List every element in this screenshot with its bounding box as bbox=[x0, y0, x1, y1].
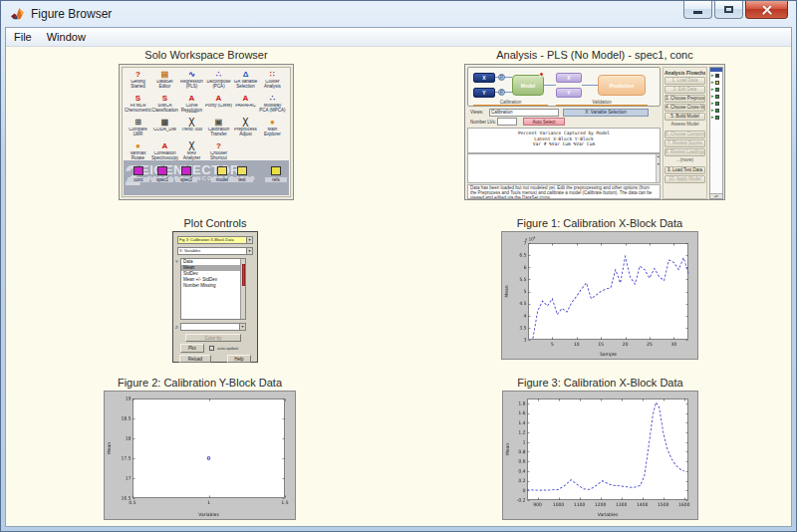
workspace-icon: ?Getting Started bbox=[125, 70, 151, 94]
cache-item-icon: ▸ bbox=[710, 100, 722, 107]
maximize-button[interactable] bbox=[714, 1, 743, 19]
chevron-down-icon: ▾ bbox=[246, 248, 252, 254]
close-icon bbox=[762, 5, 772, 15]
auto-update-label: auto-update bbox=[217, 346, 238, 351]
flowchart-step-button: Assess Model bbox=[664, 122, 705, 130]
prediction-node: Prediction bbox=[598, 75, 646, 96]
plot-button: Plot bbox=[180, 344, 204, 353]
maximize-icon bbox=[724, 6, 733, 13]
figure2-plot-canvas bbox=[105, 392, 295, 519]
model-status-dot bbox=[539, 72, 544, 77]
analysis-window-thumbnail[interactable]: X Y P P Model X Y Prediction Calibration… bbox=[464, 64, 725, 200]
figure1-thumbnail[interactable] bbox=[501, 231, 698, 360]
reload-button: Reload bbox=[179, 355, 211, 363]
cache-item-icon: ▸ bbox=[710, 114, 722, 121]
workspace-icon: ▣Calibration Transfer bbox=[205, 118, 232, 141]
flowchart-step-button: 4. Choose Cross-Validation bbox=[664, 104, 705, 112]
chevron-down-icon: ▾ bbox=[246, 237, 252, 243]
y-axis-label: Y: bbox=[175, 259, 179, 264]
num-lvs-input bbox=[497, 118, 517, 126]
color-by-button: Color by bbox=[185, 334, 241, 342]
model-node: Model bbox=[512, 75, 544, 96]
menu-item-file[interactable]: File bbox=[14, 31, 32, 43]
figure-selector-dropdown: Fig 3: Calibration X-Block Data ▾ bbox=[177, 236, 253, 244]
caption-plot-controls: Plot Controls bbox=[131, 217, 300, 229]
workspace-data-icon: spec2 bbox=[175, 166, 197, 182]
menu-item-window[interactable]: Window bbox=[47, 31, 86, 43]
preprocess-badge-x: P bbox=[498, 74, 505, 81]
preprocess-badge-y: P bbox=[498, 89, 505, 96]
caption-figure3: Figure 3: Calibration X-Block Data bbox=[502, 377, 698, 389]
analysis-list-area: ▲▼ bbox=[467, 153, 661, 183]
chevron-down-icon: ▾ bbox=[239, 324, 245, 330]
workspace-icon: ▤DataSet Editor bbox=[151, 70, 178, 94]
caption-figure1: Figure 1: Calibration X-Block Data bbox=[501, 217, 698, 229]
flowchart-step-button: 10. Apply Model bbox=[664, 175, 705, 183]
cal-y-block: Y bbox=[473, 88, 495, 98]
window-title: Figure Browser bbox=[31, 7, 112, 21]
workspace-icon: ╳Preprocess Adjust bbox=[232, 118, 259, 141]
cache-item-icon: ▸ bbox=[710, 107, 722, 114]
flowchart-step-button: 5. Build Model bbox=[664, 113, 705, 121]
val-x-block: X bbox=[556, 73, 582, 83]
flowchart-step-button: ...(more) bbox=[664, 157, 705, 165]
workspace-icon: APurity (CWM) bbox=[205, 94, 232, 118]
help-button: Help bbox=[227, 355, 251, 363]
caption-workspace: Solo Workspace Browser bbox=[119, 49, 294, 61]
flowchart-step-button: 6. Choose Components bbox=[664, 131, 705, 138]
views-label: Views: bbox=[470, 110, 483, 115]
model-cache-strip: ▸▸▸▸▸▸▸ ▴▾ bbox=[709, 67, 723, 199]
titlebar[interactable]: Figure Browser bbox=[1, 1, 796, 27]
workspace-icon: SSIMCA Classification bbox=[151, 94, 178, 118]
workspace-icon: ╳Trend Tool bbox=[178, 118, 205, 141]
workspace-data-icon: conc bbox=[128, 166, 149, 182]
figure3-thumbnail[interactable] bbox=[502, 391, 698, 520]
analysis-flow-diagram: X Y P P Model X Y Prediction Calibration… bbox=[467, 67, 661, 107]
num-lvs-label: Number LVs: bbox=[470, 120, 496, 125]
workspace-data-icon: model bbox=[211, 166, 233, 182]
workspace-icon-area: ?Getting Started▤DataSet Editor∿Regressi… bbox=[122, 67, 291, 197]
analysis-flowchart-panel: Analysis Flowchart 1. Load Data2. Edit D… bbox=[663, 67, 707, 199]
cache-item-icon: ▸ bbox=[710, 79, 722, 86]
figure-browser-window: Figure Browser File Window Solo Workspac… bbox=[0, 0, 797, 532]
workspace-icon: ACurve Resolution (MCR) bbox=[178, 94, 205, 118]
workspace-icon: ∴Decompose (PCA) bbox=[205, 70, 232, 94]
workspace-icon: ∿Regression (PLS) bbox=[178, 70, 205, 94]
minimize-icon bbox=[693, 11, 702, 14]
minimize-button[interactable] bbox=[683, 1, 712, 19]
plot-controls-thumbnail[interactable]: Fig 3: Calibration X-Block Data ▾ X: Var… bbox=[172, 231, 258, 363]
auto-update-checkbox: ✓ bbox=[209, 346, 214, 351]
workspace-icon: ∴Multiway PCA (MPCA) bbox=[259, 94, 286, 118]
flowchart-step-button: 8. Review Loadings bbox=[664, 148, 705, 156]
workspace-data-icon: refs bbox=[265, 166, 287, 182]
menubar: File Window bbox=[6, 28, 791, 47]
variable-selection-tab: X: Variable Selection bbox=[563, 109, 649, 117]
flowchart-title: Analysis Flowchart bbox=[664, 69, 705, 77]
workspace-icon: SFit MLR Chemometric bbox=[125, 94, 151, 118]
workspace-browser-thumbnail[interactable]: ?Getting Started▤DataSet Editor∿Regressi… bbox=[119, 64, 294, 200]
workspace-icon: ∷Cluster Analysis bbox=[259, 70, 286, 94]
cal-x-block: X bbox=[473, 73, 495, 83]
workspace-icon: APARAFAC bbox=[232, 94, 259, 118]
y-axis-listbox: DataMeanStdDevMean +/- StdDevNumber Miss… bbox=[180, 258, 246, 320]
listbox-item: Number Missing bbox=[181, 283, 245, 289]
workspace-data-icon: spec1 bbox=[151, 166, 173, 182]
x-axis-dropdown: X: Variables ▾ bbox=[177, 247, 253, 255]
figure2-thumbnail[interactable] bbox=[104, 391, 296, 520]
workspace-icon: ΔGA Variable Selection bbox=[232, 70, 259, 94]
calibration-label: Calibration bbox=[473, 100, 548, 105]
cache-item-icon: ▸ bbox=[710, 86, 722, 93]
flowchart-step-button: 1. Load Data bbox=[664, 77, 705, 85]
flowchart-step-button: 7. Review Scores bbox=[664, 139, 705, 147]
workspace-data-icon: test bbox=[231, 166, 253, 182]
workspace-icon: ⊞Compare LWR bbox=[125, 118, 151, 141]
flowchart-step-button: 2. Edit Data bbox=[664, 86, 705, 94]
workspace-icon: ▦CODA_DW bbox=[151, 118, 178, 141]
close-button[interactable] bbox=[745, 1, 788, 19]
view-dropdown: Calibration bbox=[489, 109, 559, 117]
figure1-plot-canvas bbox=[502, 232, 697, 359]
z-axis-dropdown: ▾ bbox=[180, 323, 246, 331]
analysis-help-text: Data has been loaded but not modeled yet… bbox=[467, 184, 661, 199]
workspace-icon: ●Main Explorer bbox=[259, 118, 286, 141]
scrollbar-thumb bbox=[242, 264, 246, 286]
